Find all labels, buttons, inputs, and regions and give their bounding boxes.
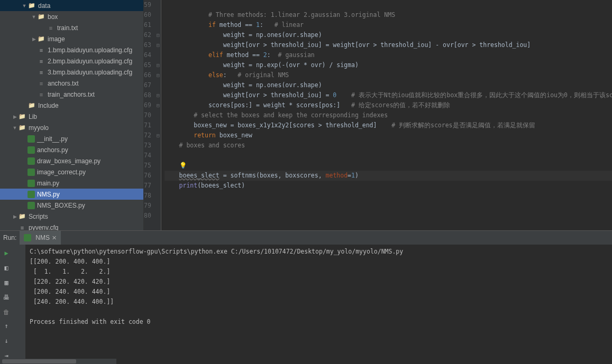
code-line[interactable] xyxy=(165,201,612,211)
tree-item-1-bmp-baiduyun-uploading-cfg[interactable]: ≡1.bmp.baiduyun.uploading.cfg xyxy=(0,44,143,55)
code-editor[interactable]: 59606162⊟63⊟6465⊟66⊟6768⊟69⊟707172⊟73747… xyxy=(144,0,612,230)
collapse-arrow-icon[interactable]: ▼ xyxy=(21,3,28,8)
line-number: 72⊟ xyxy=(144,130,161,141)
code-line[interactable]: weight = np.exp(-(ovr * ovr) / sigma) xyxy=(165,60,612,70)
tree-item-anchors-py[interactable]: anchors.py xyxy=(0,144,143,155)
console-output[interactable]: C:\software\python\pytensorflow-gpu\Scri… xyxy=(25,245,612,364)
code-content[interactable]: # Three methods: 1.linear 2.gaussian 3.o… xyxy=(161,0,612,230)
tree-item-label: myyolo xyxy=(29,124,49,132)
code-line[interactable]: boees_slect = softnms(boxes, boxscores, … xyxy=(165,171,612,181)
tree-item-scripts[interactable]: ▶Scripts xyxy=(0,211,143,222)
python-file-icon xyxy=(28,157,35,165)
code-line[interactable]: # boxes and scores xyxy=(165,141,612,151)
line-number: 75 xyxy=(144,161,161,171)
tree-item-3-bmp-baiduyun-uploading-cfg[interactable]: ≡3.bmp.baiduyun.uploading.cfg xyxy=(0,67,143,78)
tree-item-train-anchors-txt[interactable]: ≡train_anchors.txt xyxy=(0,89,143,100)
code-line[interactable]: weight[ovr > threshold_iou] = 0 # 表示大于Nt… xyxy=(165,90,612,100)
tree-item-nms-py[interactable]: NMS.py xyxy=(0,189,143,200)
expand-arrow-icon[interactable]: ▶ xyxy=(12,214,18,219)
down-arrow-button[interactable]: ↓ xyxy=(1,335,12,346)
tree-item-anchors-txt[interactable]: ≡anchors.txt xyxy=(0,78,143,89)
tree-item-image[interactable]: ▶image xyxy=(0,33,143,44)
tree-item-2-bmp-baiduyun-uploading-cfg[interactable]: ≡2.bmp.baiduyun.uploading.cfg xyxy=(0,55,143,67)
console-toolbar: ▶ ◧ ▦ 🖶 🗑 ↑ ↓ ⇥ ≡ xyxy=(0,245,25,364)
stop-button[interactable]: ◧ xyxy=(1,263,12,273)
code-line[interactable]: weight = np.ones(ovr.shape) xyxy=(165,30,612,40)
fold-mark-icon[interactable]: ⊟ xyxy=(157,30,160,40)
run-label: Run: xyxy=(0,234,20,241)
collapse-arrow-icon[interactable]: ▼ xyxy=(31,14,37,20)
tree-item-image-correct-py[interactable]: image_correct.py xyxy=(0,166,143,178)
tree-item-label: Scripts xyxy=(29,213,48,220)
fold-mark-icon[interactable]: ⊟ xyxy=(157,70,160,80)
line-number: 67 xyxy=(144,80,161,90)
line-number: 62⊟ xyxy=(144,30,161,40)
tree-item-label: 2.bmp.baiduyun.uploading.cfg xyxy=(48,58,132,65)
file-icon: ≡ xyxy=(37,46,45,54)
tree-item-main-py[interactable]: main.py xyxy=(0,178,143,189)
print-button[interactable]: 🖶 xyxy=(1,292,12,303)
code-line[interactable]: weight[ovr > threshold_iou] = weight[ovr… xyxy=(165,40,612,50)
tree-item-label: 3.bmp.baiduyun.uploading.cfg xyxy=(48,69,132,76)
rerun-button[interactable]: ▶ xyxy=(1,248,12,258)
tree-item--init-py[interactable]: __init__.py xyxy=(0,133,143,144)
fold-mark-icon[interactable]: ⊟ xyxy=(157,90,160,100)
tree-item-nms-boxes-py[interactable]: NMS_BOXES.py xyxy=(0,200,143,211)
folder-icon xyxy=(37,35,45,43)
tree-item-lib[interactable]: ▶Lib xyxy=(0,111,143,122)
gutter: 59606162⊟63⊟6465⊟66⊟6768⊟69⊟707172⊟73747… xyxy=(144,0,161,230)
code-line[interactable]: print(boees_slect) xyxy=(165,181,612,191)
code-line[interactable]: else: # original NMS xyxy=(165,70,612,80)
tree-item-draw-boxes-image-py[interactable]: draw_boxes_image.py xyxy=(0,155,143,166)
line-number: 68⊟ xyxy=(144,90,161,100)
run-tab-nms[interactable]: NMS ✕ xyxy=(20,231,61,245)
line-number: 61 xyxy=(144,20,161,30)
tree-item-include[interactable]: Include xyxy=(0,100,143,111)
python-file-icon xyxy=(28,180,35,187)
close-icon[interactable]: ✕ xyxy=(52,235,57,241)
code-line[interactable]: if method == 1: # linear xyxy=(165,20,612,30)
fold-mark-icon[interactable]: ⊟ xyxy=(157,60,160,70)
line-number: 70 xyxy=(144,110,161,120)
code-line[interactable]: scores[pos:] = weight * scores[pos:] # 给… xyxy=(165,100,612,110)
up-arrow-button[interactable]: ↑ xyxy=(1,321,12,331)
code-line[interactable]: # select the boxes and keep the correspo… xyxy=(165,110,612,120)
tree-item-train-txt[interactable]: ≡train.txt xyxy=(0,22,143,33)
folder-icon xyxy=(18,124,26,132)
tree-item-label: train_anchors.txt xyxy=(48,91,95,98)
expand-arrow-icon[interactable]: ▶ xyxy=(12,114,18,119)
tree-item-pyvenv-cfg[interactable]: ≡pyvenv.cfg xyxy=(0,222,143,230)
code-line[interactable]: elif method == 2: # gaussian xyxy=(165,50,612,60)
fold-mark-icon[interactable]: ⊟ xyxy=(157,40,160,50)
tree-item-label: box xyxy=(48,13,58,21)
folder-icon xyxy=(18,212,26,221)
tree-item-myyolo[interactable]: ▼myyolo xyxy=(0,122,143,133)
layout-button[interactable]: ▦ xyxy=(1,277,12,288)
tree-item-box[interactable]: ▼box xyxy=(0,11,143,22)
tree-item-label: draw_boxes_image.py xyxy=(37,157,101,165)
fold-mark-icon[interactable]: ⊟ xyxy=(157,130,160,141)
tree-item-label: main.py xyxy=(37,180,59,187)
tree-item-label: pyvenv.cfg xyxy=(29,224,58,231)
project-tree[interactable]: ▼data▼box≡train.txt▶image≡1.bmp.baiduyun… xyxy=(0,0,144,230)
code-line[interactable]: return boxes_new xyxy=(165,130,612,141)
code-line[interactable] xyxy=(165,0,612,10)
code-line[interactable]: 💡 xyxy=(165,161,612,171)
line-number: 63⊟ xyxy=(144,40,161,50)
expand-arrow-icon[interactable]: ▶ xyxy=(31,36,37,42)
line-number: 78 xyxy=(144,191,161,201)
tree-item-data[interactable]: ▼data xyxy=(0,0,143,11)
code-line[interactable] xyxy=(165,191,612,201)
code-line[interactable]: # Three methods: 1.linear 2.gaussian 3.o… xyxy=(165,10,612,20)
run-tab-name: NMS xyxy=(35,234,50,241)
python-file-icon xyxy=(28,135,35,143)
fold-mark-icon[interactable]: ⊟ xyxy=(157,100,160,110)
code-line[interactable]: weight = np.ones(ovr.shape) xyxy=(165,80,612,90)
delete-button[interactable]: 🗑 xyxy=(1,307,12,318)
code-line[interactable] xyxy=(165,151,612,161)
python-icon xyxy=(24,234,31,241)
collapse-arrow-icon[interactable]: ▼ xyxy=(12,125,18,130)
code-line[interactable] xyxy=(165,211,612,221)
line-number: 66⊟ xyxy=(144,70,161,80)
code-line[interactable]: boxes_new = boxes_x1y1x2y2[scores > thre… xyxy=(165,120,612,130)
